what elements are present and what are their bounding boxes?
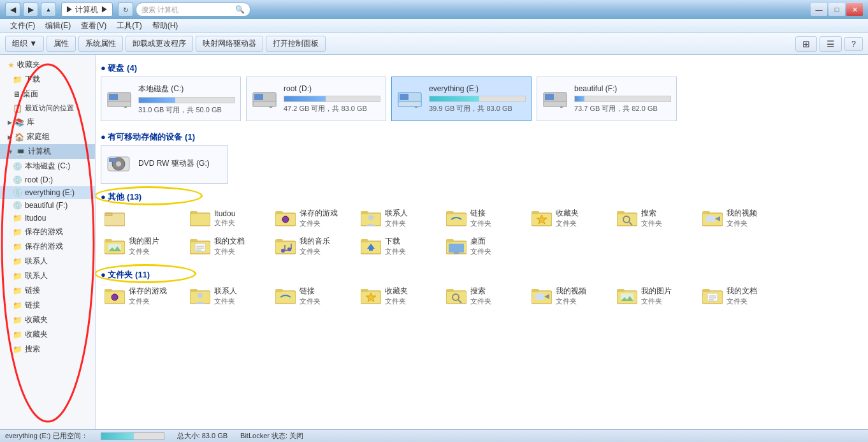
sidebar-links2[interactable]: 📁 链接 (0, 298, 95, 313)
menu-edit[interactable]: 编辑(E) (40, 19, 76, 33)
sidebar-favorites2[interactable]: 📁 收藏夹 (0, 327, 95, 342)
view-toggle-button[interactable]: ⊞ (795, 36, 817, 52)
folder2-savedgames-icon (105, 287, 125, 305)
sidebar-favorites1[interactable]: 📁 收藏夹 (0, 313, 95, 327)
folder-favorites-img (532, 209, 552, 227)
svg-rect-70 (454, 253, 459, 254)
desktop-icon: 🖥 (13, 90, 20, 99)
sidebar-search-label: 搜索 (25, 344, 40, 355)
folder2-pictures[interactable]: 我的图片 文件夹 (613, 283, 696, 309)
folder-item-empty[interactable] (101, 205, 184, 231)
organize-button[interactable]: 组织 ▼ (5, 36, 44, 52)
sidebar-item-download[interactable]: 📁 下载 (0, 72, 95, 87)
folder-item-pictures[interactable]: 我的图片 文件夹 (101, 233, 184, 259)
harddisks-title[interactable]: ● 硬盘 (4) (101, 60, 863, 77)
svg-rect-57 (275, 239, 283, 242)
sidebar-drive-f[interactable]: 💿 beautiful (F:) (0, 199, 95, 212)
sidebar-search[interactable]: 📁 搜索 (0, 342, 95, 357)
sidebar-savedgames2[interactable]: 📁 保存的游戏 (0, 239, 95, 254)
sidebar-contacts1[interactable]: 📁 联系人 (0, 254, 95, 269)
folder2-savedgames[interactable]: 保存的游戏 文件夹 (101, 283, 184, 309)
folder-item-links[interactable]: 链接 文件夹 (442, 205, 525, 231)
drives-grid: 本地磁盘 (C:) 31.0 GB 可用，共 50.0 GB (101, 77, 863, 121)
sidebar-item-desktop[interactable]: 🖥 桌面 (0, 87, 95, 101)
folder-item-documents[interactable]: 我的文档 文件夹 (186, 233, 269, 259)
back-button[interactable]: ◀ (5, 3, 20, 17)
folder2-contacts[interactable]: 联系人 文件夹 (186, 283, 269, 309)
drive-e-size: 39.9 GB 可用，共 83.0 GB (429, 104, 526, 114)
folder2-search-name: 搜索 (470, 286, 491, 297)
folder-savedgames-sub: 文件夹 (300, 219, 338, 228)
drive-c-item[interactable]: 本地磁盘 (C:) 31.0 GB 可用，共 50.0 GB (101, 77, 241, 121)
system-properties-button[interactable]: 系统属性 (78, 36, 123, 52)
sidebar-section-computer[interactable]: ▼ 💻 计算机 (0, 144, 95, 159)
sidebar-itudou[interactable]: 📁 Itudou (0, 212, 95, 225)
maximize-button[interactable]: □ (828, 3, 845, 16)
help-button[interactable]: ? (844, 37, 863, 51)
details-button[interactable]: ☰ (820, 36, 842, 52)
folder-item-savedgames[interactable]: 保存的游戏 文件夹 (271, 205, 354, 231)
menu-tools[interactable]: 工具(T) (112, 19, 147, 33)
sidebar-section-library[interactable]: ▶ 📚 库 (0, 115, 95, 129)
folder-item-contacts[interactable]: 联系人 文件夹 (357, 205, 440, 231)
folder-savedgames2-icon: 📁 (13, 242, 22, 251)
svg-rect-32 (361, 211, 368, 214)
folder2-favorites[interactable]: 收藏夹 文件夹 (357, 283, 440, 309)
up-button[interactable]: ▲ (41, 3, 56, 17)
sidebar-section-favorites[interactable]: ★ 收藏夹 (0, 57, 95, 72)
sidebar-section-homegroup[interactable]: ▶ 🏠 家庭组 (0, 129, 95, 144)
folder-item-desktopf[interactable]: 桌面 文件夹 (442, 233, 525, 259)
folder-section-title[interactable]: ● 文件夹 (11) (101, 267, 150, 283)
menu-help[interactable]: 帮助(H) (147, 19, 184, 33)
folder2-links[interactable]: 链接 文件夹 (271, 283, 354, 309)
search-bar[interactable]: 搜索 计算机 🔍 (136, 3, 250, 17)
sidebar-savedgames2-label: 保存的游戏 (25, 241, 63, 252)
drive-e-item[interactable]: everything (E:) 39.9 GB 可用，共 83.0 GB (391, 77, 532, 121)
refresh-button[interactable]: ↻ (118, 3, 133, 17)
uninstall-button[interactable]: 卸载或更改程序 (126, 36, 193, 52)
other-title[interactable]: ● 其他 (13) (101, 189, 141, 205)
folder-pictures-img (105, 237, 125, 255)
svg-point-58 (281, 249, 285, 253)
address-bar[interactable]: ▶ 计算机 ▶ (61, 3, 113, 17)
folder-contacts2-icon: 📁 (13, 272, 22, 281)
close-button[interactable]: ✕ (846, 3, 863, 16)
statusbar: everything (E:) 已用空间： 总大小: 83.0 GB BitLo… (0, 429, 868, 442)
sidebar-drive-c[interactable]: 💿 本地磁盘 (C:) (0, 159, 95, 173)
folder2-search-sub: 文件夹 (470, 297, 491, 306)
sidebar-drive-e[interactable]: 💿 everything (E:) (0, 186, 95, 199)
map-drive-button[interactable]: 映射网络驱动器 (196, 36, 263, 52)
folder-item-itudou[interactable]: Itudou 文件夹 (186, 205, 269, 231)
folder2-videos[interactable]: 我的视频 文件夹 (528, 283, 611, 309)
sidebar-links1[interactable]: 📁 链接 (0, 283, 95, 298)
folder2-documents[interactable]: 我的文档 文件夹 (698, 283, 781, 309)
minimize-button[interactable]: — (811, 3, 827, 16)
folder2-links-name: 链接 (300, 286, 321, 297)
folder2-search[interactable]: 搜索 文件夹 (442, 283, 525, 309)
sidebar-drive-d[interactable]: 💿 root (D:) (0, 173, 95, 186)
folder-item-favorites[interactable]: 收藏夹 文件夹 (528, 205, 611, 231)
sidebar-savedgames1[interactable]: 📁 保存的游戏 (0, 225, 95, 239)
drive-f-bar (575, 96, 584, 101)
control-panel-button[interactable]: 打开控制面板 (266, 36, 326, 52)
svg-rect-80 (361, 289, 368, 292)
folder-item-music[interactable]: 我的音乐 文件夹 (271, 233, 354, 259)
drive-f-item[interactable]: beautiful (F:) 73.7 GB 可用，共 82.0 GB (537, 77, 677, 121)
properties-button[interactable]: 属性 (47, 36, 76, 52)
sidebar-item-recent[interactable]: 📋 最近访问的位置 (0, 101, 95, 115)
folder-item-videos[interactable]: 我的视频 文件夹 (698, 205, 781, 231)
svg-rect-14 (398, 101, 421, 107)
sidebar-contacts2[interactable]: 📁 联系人 (0, 269, 95, 283)
drive-f-bar-bg (574, 96, 671, 102)
menu-file[interactable]: 文件(F) (5, 19, 40, 33)
drive-d-item[interactable]: root (D:) 47.2 GB 可用，共 83.0 GB (246, 77, 386, 121)
folder-item-search[interactable]: 搜索 文件夹 (613, 205, 696, 231)
folder-item-download[interactable]: 下载 文件夹 (357, 233, 440, 259)
svg-rect-69 (449, 244, 464, 253)
svg-rect-66 (369, 249, 373, 251)
dvd-drive-item[interactable]: DVD RW 驱动器 (G:) (101, 145, 228, 184)
menu-view[interactable]: 查看(V) (76, 19, 112, 33)
forward-button[interactable]: ▶ (23, 3, 38, 17)
removable-title[interactable]: ● 有可移动存储的设备 (1) (101, 129, 863, 145)
sidebar-library-label: 库 (27, 117, 34, 128)
